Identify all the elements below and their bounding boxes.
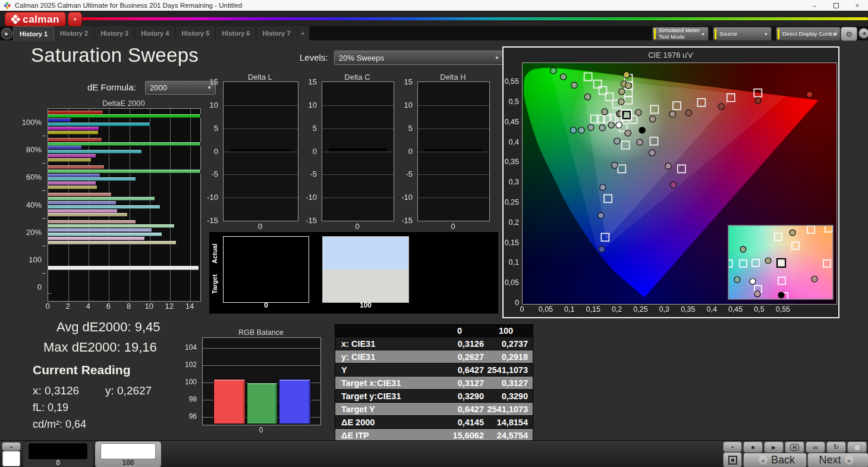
app-header: calman ▼ xyxy=(0,11,868,26)
chevrons-right-icon: » xyxy=(845,456,854,465)
back-button[interactable]: « Back xyxy=(743,453,807,467)
inset-selected-target xyxy=(777,259,785,267)
continuous-read-button[interactable]: ∞ xyxy=(806,441,825,453)
delta-h-x-label: 0 xyxy=(417,222,489,231)
play-icon: ▶ xyxy=(772,444,776,450)
indicator-button[interactable] xyxy=(847,441,867,453)
workflow-button-3[interactable]: Direct Display Control▼ xyxy=(776,27,841,41)
zero-bar xyxy=(329,148,387,151)
y-tick-label: 10 xyxy=(404,100,413,109)
logo-menu-button[interactable]: ▼ xyxy=(68,12,82,27)
collapse-panel-button[interactable]: ◀ xyxy=(858,28,868,39)
table-header-row: 0100 xyxy=(335,325,533,337)
y-tick-label: 102 xyxy=(185,361,197,369)
row-value-100: 0,2918 xyxy=(484,352,533,362)
y-tick-label: -10 xyxy=(401,193,413,202)
tab-history-1[interactable]: History 1 xyxy=(13,26,54,41)
calman-logo[interactable]: calman ▼ xyxy=(5,12,82,26)
row-label: Target y:CIE31 xyxy=(335,391,435,401)
workflow-button-1[interactable]: Simulated MeterTest Mode▼ xyxy=(652,27,709,41)
yellow-indicator xyxy=(715,29,716,39)
swatch-100-actual xyxy=(323,237,408,269)
meter-read-button[interactable]: H xyxy=(785,441,804,453)
bar-group-0 xyxy=(48,274,200,301)
restore-button[interactable] xyxy=(825,0,847,11)
chevron-left-icon: ◀ xyxy=(862,31,865,36)
cie-chromaticity-chart xyxy=(522,62,837,305)
y-tick-label: 0,5 xyxy=(509,98,519,106)
gridline xyxy=(224,174,298,175)
deltae-bar xyxy=(48,228,152,232)
tab-history-6[interactable]: History 6 xyxy=(216,26,256,40)
gridline xyxy=(418,152,489,152)
y-tick-label: 15 xyxy=(210,77,218,86)
y-tick-label: 15 xyxy=(404,77,413,86)
chevron-down-icon: ▼ xyxy=(73,17,77,21)
tab-history-3[interactable]: History 3 xyxy=(95,26,135,40)
gridline xyxy=(322,105,394,106)
rgb-balance-y-axis: 1041021009896 xyxy=(181,337,200,424)
refresh-icon: ↻ xyxy=(834,443,839,451)
patch-selector: 0100 xyxy=(23,441,162,467)
patch-100[interactable]: 100 xyxy=(95,441,162,467)
cie-measured-point xyxy=(669,111,675,117)
inset-measured-point xyxy=(750,278,756,284)
levels-dropdown[interactable]: 20% Sweeps ▼ xyxy=(334,51,504,65)
x-tick-label: 0,35 xyxy=(677,305,699,314)
close-button[interactable]: × xyxy=(847,0,868,11)
tab-history-5[interactable]: History 5 xyxy=(175,26,216,40)
stop-button[interactable]: ■ xyxy=(743,441,763,453)
deltae-chart-title: DeltaE 2000 xyxy=(48,99,200,108)
y-tick-label: 100% xyxy=(22,118,42,127)
deltae-y-axis: 100%80%60%40%20%1000 xyxy=(12,108,45,300)
tab-history-4[interactable]: History 4 xyxy=(135,26,175,40)
deltae-bar xyxy=(48,186,98,189)
cie-y-axis: 0,550,50,450,40,350,30,250,20,150,10,050 xyxy=(504,62,521,303)
deltae-bar xyxy=(48,181,96,185)
comparison-swatch-100 xyxy=(322,236,409,303)
deltae-bar xyxy=(48,146,82,149)
cie-measured-point xyxy=(608,122,614,128)
current-patch-preview[interactable] xyxy=(2,451,20,466)
minimize-button[interactable]: – xyxy=(804,0,825,11)
de-formula-value: 2000 xyxy=(150,83,167,92)
table-row: Target Y0,64272541,1073 xyxy=(335,403,533,416)
play-button[interactable]: ▶ xyxy=(764,441,784,453)
cie-measured-point xyxy=(600,184,606,190)
gridline xyxy=(418,105,489,106)
patch-label: 0 xyxy=(23,459,93,467)
deltae-bar xyxy=(48,213,128,217)
history-tabstrip: ▶ History 1History 2History 3History 4Hi… xyxy=(0,26,868,40)
patch-0[interactable]: 0 xyxy=(23,441,93,467)
cie-measured-point xyxy=(578,127,584,133)
cie-measured-point xyxy=(637,139,643,145)
inset-measured-point xyxy=(734,277,740,283)
patch-list-expand-button[interactable]: ▲ xyxy=(2,442,21,451)
row-value-100: 24,5754 xyxy=(484,431,533,440)
next-button[interactable]: Next » xyxy=(807,453,868,467)
y-tick-label: 80% xyxy=(26,145,42,154)
row-label: y: CIE31 xyxy=(335,352,435,362)
add-tab-button[interactable]: + xyxy=(297,26,310,40)
x-tick-label: 12 xyxy=(162,302,177,311)
settings-button[interactable]: ⚙ xyxy=(841,27,857,41)
delta-l-x-label: 0 xyxy=(223,222,297,231)
deltae-bar xyxy=(48,233,162,236)
rainbow-gradient-strip xyxy=(79,17,868,20)
transport-expand-button[interactable]: ▲ xyxy=(723,441,742,452)
restore-icon xyxy=(834,3,839,8)
tab-history-2[interactable]: History 2 xyxy=(54,26,95,40)
refresh-button[interactable]: ↻ xyxy=(826,441,846,453)
deltae-bar xyxy=(48,241,177,245)
tab-history-7[interactable]: History 7 xyxy=(256,26,297,40)
tabstrip-expand-button[interactable]: ▶ xyxy=(1,28,12,39)
delta-l-y-axis: 151050-5-10-15 xyxy=(203,82,222,220)
stop-measure-button[interactable] xyxy=(723,452,742,467)
gridline xyxy=(322,198,394,198)
table-row: y: CIE310,26270,2918 xyxy=(335,350,533,363)
swatch-100-number: 100 xyxy=(322,301,409,309)
y-tick-label: -5 xyxy=(405,170,413,178)
workflow-button-2[interactable]: Source▼ xyxy=(713,27,772,41)
cie-measured-point xyxy=(671,182,677,188)
chevron-down-icon: ▼ xyxy=(833,32,837,36)
